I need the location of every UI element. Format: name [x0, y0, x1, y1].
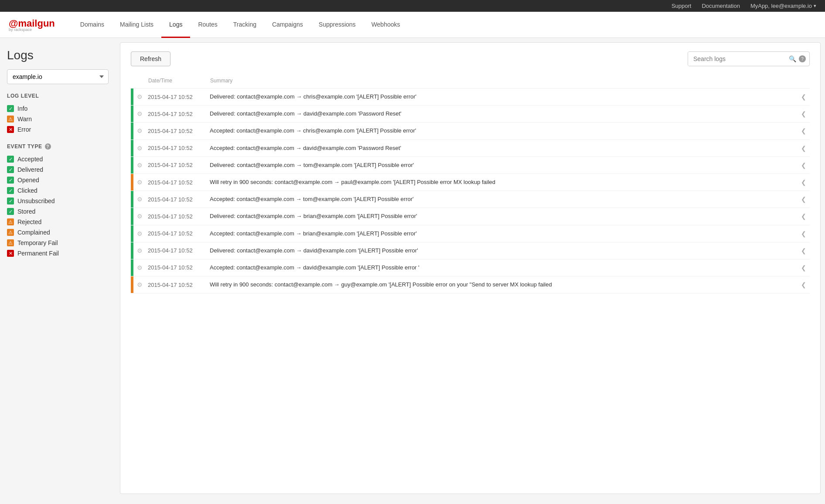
- log-row-inner: ⚙2015-04-17 10:52Accepted: contact@examp…: [133, 259, 810, 276]
- event-type-item[interactable]: ✓Delivered: [7, 164, 109, 175]
- filter-label: Info: [17, 105, 27, 112]
- gear-icon[interactable]: ⚙: [137, 127, 143, 134]
- log-row-chevron[interactable]: ❮: [798, 230, 806, 237]
- checkbox-warn[interactable]: ⚠: [7, 116, 14, 123]
- event-type-item[interactable]: ✓Clicked: [7, 185, 109, 196]
- page-layout: Logs example.io LOG LEVEL ✓Info⚠Warn✕Err…: [0, 38, 825, 498]
- page-title: Logs: [7, 48, 109, 62]
- log-level-item[interactable]: ✓Info: [7, 103, 109, 114]
- log-row-chevron[interactable]: ❮: [798, 145, 806, 152]
- refresh-button[interactable]: Refresh: [131, 51, 170, 66]
- log-datetime: 2015-04-17 10:52: [148, 162, 205, 168]
- log-rows: ⚙2015-04-17 10:52Delivered: contact@exam…: [131, 89, 810, 293]
- filter-label: Rejected: [17, 218, 41, 225]
- checkbox-delivered[interactable]: ✓: [7, 166, 14, 173]
- log-row-chevron[interactable]: ❮: [798, 264, 806, 271]
- event-type-item[interactable]: ✓Unsubscribed: [7, 196, 109, 206]
- table-row: ⚙2015-04-17 10:52Accepted: contact@examp…: [131, 140, 810, 157]
- nav-link-campaigns[interactable]: Campaigns: [264, 12, 311, 38]
- search-input[interactable]: [688, 52, 785, 66]
- main-nav: @mailgun by rackspace DomainsMailing Lis…: [0, 12, 825, 38]
- nav-link-logs[interactable]: Logs: [161, 12, 190, 38]
- log-level-filters: ✓Info⚠Warn✕Error: [7, 103, 109, 135]
- log-row-chevron[interactable]: ❮: [798, 93, 806, 100]
- checkbox-accepted[interactable]: ✓: [7, 156, 14, 163]
- checkbox-error[interactable]: ✕: [7, 126, 14, 133]
- event-type-item[interactable]: ✓Stored: [7, 206, 109, 217]
- log-level-item[interactable]: ✕Error: [7, 124, 109, 135]
- nav-link-tracking[interactable]: Tracking: [225, 12, 264, 38]
- table-row: ⚙2015-04-17 10:52Will retry in 900 secon…: [131, 174, 810, 191]
- log-row-chevron[interactable]: ❮: [798, 196, 806, 203]
- checkbox-rejected[interactable]: ⚠: [7, 218, 14, 225]
- table-row: ⚙2015-04-17 10:52Delivered: contact@exam…: [131, 208, 810, 225]
- gear-icon[interactable]: ⚙: [137, 162, 143, 169]
- table-row: ⚙2015-04-17 10:52Accepted: contact@examp…: [131, 259, 810, 276]
- nav-link-routes[interactable]: Routes: [190, 12, 225, 38]
- event-type-item[interactable]: ⚠Rejected: [7, 217, 109, 227]
- nav-link-domains[interactable]: Domains: [72, 12, 112, 38]
- gear-icon[interactable]: ⚙: [137, 179, 143, 186]
- log-row-chevron[interactable]: ❮: [798, 110, 806, 117]
- gear-icon[interactable]: ⚙: [137, 110, 143, 117]
- checkbox-info[interactable]: ✓: [7, 105, 14, 112]
- log-datetime: 2015-04-17 10:52: [148, 247, 205, 254]
- log-summary: Will retry in 900 seconds: contact@examp…: [210, 281, 792, 289]
- checkbox-complained[interactable]: ⚠: [7, 229, 14, 236]
- log-row-chevron[interactable]: ❮: [798, 213, 806, 220]
- domain-select[interactable]: example.io: [7, 69, 109, 84]
- gear-icon[interactable]: ⚙: [137, 230, 143, 237]
- event-type-item[interactable]: ✕Permanent Fail: [7, 248, 109, 259]
- filter-label: Temporary Fail: [17, 239, 58, 246]
- log-row-chevron[interactable]: ❮: [798, 127, 806, 134]
- checkbox-temporary-fail[interactable]: ⚠: [7, 239, 14, 246]
- gear-icon[interactable]: ⚙: [137, 145, 143, 152]
- log-table-header: Date/Time Summary: [131, 75, 810, 89]
- toolbar: Refresh 🔍 ?: [131, 51, 810, 66]
- search-help-icon[interactable]: ?: [799, 55, 806, 62]
- header-summary: Summary: [210, 78, 806, 84]
- log-row-chevron[interactable]: ❮: [798, 162, 806, 169]
- event-type-item[interactable]: ⚠Complained: [7, 227, 109, 238]
- search-icon[interactable]: 🔍: [789, 55, 796, 62]
- log-summary: Delivered: contact@example.com → david@e…: [210, 247, 792, 255]
- log-row-inner: ⚙2015-04-17 10:52Accepted: contact@examp…: [133, 225, 810, 242]
- event-type-label: EVENT TYPE: [7, 143, 42, 150]
- log-row-chevron[interactable]: ❮: [798, 281, 806, 288]
- log-row-inner: ⚙2015-04-17 10:52Delivered: contact@exam…: [133, 106, 810, 122]
- log-summary: Accepted: contact@example.com → david@ex…: [210, 264, 792, 272]
- checkbox-permanent-fail[interactable]: ✕: [7, 250, 14, 257]
- nav-link-suppressions[interactable]: Suppressions: [311, 12, 364, 38]
- nav-link-webhooks[interactable]: Webhooks: [364, 12, 408, 38]
- log-summary: Accepted: contact@example.com → david@ex…: [210, 144, 792, 152]
- event-type-item[interactable]: ⚠Temporary Fail: [7, 238, 109, 248]
- logo: @mailgun by rackspace: [9, 18, 55, 32]
- log-row-inner: ⚙2015-04-17 10:52Accepted: contact@examp…: [133, 140, 810, 157]
- user-menu[interactable]: MyApp, lee@example.io: [750, 3, 816, 9]
- support-link[interactable]: Support: [672, 3, 692, 9]
- documentation-link[interactable]: Documentation: [702, 3, 740, 9]
- gear-icon[interactable]: ⚙: [137, 93, 143, 100]
- table-row: ⚙2015-04-17 10:52Accepted: contact@examp…: [131, 225, 810, 242]
- checkbox-stored[interactable]: ✓: [7, 208, 14, 215]
- gear-icon[interactable]: ⚙: [137, 264, 143, 271]
- log-level-item[interactable]: ⚠Warn: [7, 114, 109, 124]
- sidebar: Logs example.io LOG LEVEL ✓Info⚠Warn✕Err…: [0, 38, 116, 498]
- checkbox-opened[interactable]: ✓: [7, 177, 14, 184]
- event-type-help-icon[interactable]: ?: [45, 143, 51, 150]
- gear-icon[interactable]: ⚙: [137, 247, 143, 254]
- log-row-chevron[interactable]: ❮: [798, 247, 806, 254]
- filter-label: Delivered: [17, 166, 43, 173]
- checkbox-clicked[interactable]: ✓: [7, 187, 14, 194]
- gear-icon[interactable]: ⚙: [137, 196, 143, 203]
- checkbox-unsubscribed[interactable]: ✓: [7, 198, 14, 204]
- nav-link-mailing-lists[interactable]: Mailing Lists: [112, 12, 161, 38]
- event-type-item[interactable]: ✓Accepted: [7, 154, 109, 164]
- gear-icon[interactable]: ⚙: [137, 281, 143, 288]
- log-row-inner: ⚙2015-04-17 10:52Accepted: contact@examp…: [133, 123, 810, 139]
- event-type-item[interactable]: ✓Opened: [7, 175, 109, 185]
- event-type-filters: ✓Accepted✓Delivered✓Opened✓Clicked✓Unsub…: [7, 154, 109, 259]
- gear-icon[interactable]: ⚙: [137, 213, 143, 220]
- search-icons: 🔍 ?: [785, 55, 809, 62]
- log-row-chevron[interactable]: ❮: [798, 179, 806, 186]
